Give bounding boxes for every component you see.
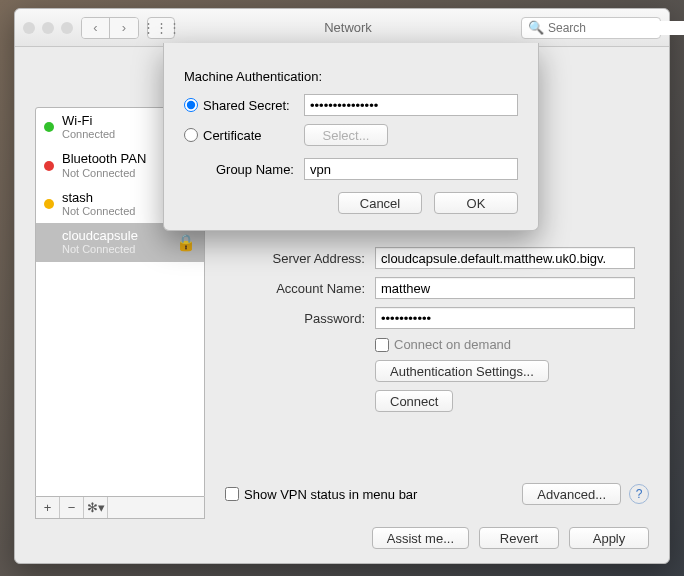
- status-dot-none-icon: [44, 237, 54, 247]
- account-name-field[interactable]: [375, 277, 635, 299]
- status-dot-green-icon: [44, 122, 54, 132]
- search-input[interactable]: [548, 21, 684, 35]
- help-button[interactable]: ?: [629, 484, 649, 504]
- status-dot-yellow-icon: [44, 199, 54, 209]
- shared-secret-radio[interactable]: Shared Secret:: [184, 98, 304, 113]
- service-name: stash: [62, 191, 135, 205]
- connect-on-demand-checkbox[interactable]: Connect on demand: [375, 337, 511, 352]
- server-address-label: Server Address:: [225, 251, 375, 266]
- close-icon[interactable]: [23, 22, 35, 34]
- password-label: Password:: [225, 311, 375, 326]
- zoom-icon[interactable]: [61, 22, 73, 34]
- search-field[interactable]: 🔍: [521, 17, 661, 39]
- minimize-icon[interactable]: [42, 22, 54, 34]
- shared-secret-field[interactable]: [304, 94, 518, 116]
- service-name: Wi-Fi: [62, 114, 115, 128]
- certificate-radio-input[interactable]: [184, 128, 198, 142]
- revert-button[interactable]: Revert: [479, 527, 559, 549]
- shared-secret-label: Shared Secret:: [203, 98, 290, 113]
- group-name-field[interactable]: [304, 158, 518, 180]
- group-name-label: Group Name:: [184, 162, 304, 177]
- advanced-button[interactable]: Advanced...: [522, 483, 621, 505]
- service-status: Not Connected: [62, 243, 138, 255]
- vpn-lock-icon: 🔒: [176, 233, 196, 252]
- assist-me-button[interactable]: Assist me...: [372, 527, 469, 549]
- account-name-label: Account Name:: [225, 281, 375, 296]
- connect-button[interactable]: Connect: [375, 390, 453, 412]
- service-status: Connected: [62, 128, 115, 140]
- forward-button[interactable]: ›: [110, 18, 138, 38]
- apply-button[interactable]: Apply: [569, 527, 649, 549]
- authentication-settings-button[interactable]: Authentication Settings...: [375, 360, 549, 382]
- certificate-label: Certificate: [203, 128, 262, 143]
- network-preferences-window: ‹ › ⋮⋮⋮ Network 🔍 Wi-Fi Connected Bl: [14, 8, 670, 564]
- show-vpn-status-checkbox[interactable]: Show VPN status in menu bar: [225, 487, 417, 502]
- service-name: Bluetooth PAN: [62, 152, 146, 166]
- service-status: Not Connected: [62, 205, 135, 217]
- titlebar: ‹ › ⋮⋮⋮ Network 🔍: [15, 9, 669, 47]
- vpn-settings-form: Server Address: Account Name: Password: …: [225, 247, 649, 420]
- footer-buttons: Assist me... Revert Apply: [372, 527, 649, 549]
- certificate-radio[interactable]: Certificate: [184, 128, 304, 143]
- bottom-row: Show VPN status in menu bar Advanced... …: [225, 483, 649, 505]
- service-name: cloudcapsule: [62, 229, 138, 243]
- cancel-button[interactable]: Cancel: [338, 192, 422, 214]
- back-button[interactable]: ‹: [82, 18, 110, 38]
- show-vpn-status-label: Show VPN status in menu bar: [244, 487, 417, 502]
- ok-button[interactable]: OK: [434, 192, 518, 214]
- window-title: Network: [183, 20, 513, 35]
- status-dot-red-icon: [44, 161, 54, 171]
- remove-service-button[interactable]: −: [60, 497, 84, 518]
- shared-secret-radio-input[interactable]: [184, 98, 198, 112]
- service-status: Not Connected: [62, 167, 146, 179]
- nav-buttons: ‹ ›: [81, 17, 139, 39]
- server-address-field[interactable]: [375, 247, 635, 269]
- password-field[interactable]: [375, 307, 635, 329]
- add-service-button[interactable]: +: [36, 497, 60, 518]
- service-actions-button[interactable]: ✻▾: [84, 497, 108, 518]
- machine-authentication-sheet: Machine Authentication: Shared Secret: C…: [163, 43, 539, 231]
- connect-on-demand-input[interactable]: [375, 338, 389, 352]
- search-icon: 🔍: [528, 20, 544, 35]
- connect-on-demand-label: Connect on demand: [394, 337, 511, 352]
- traffic-lights: [23, 22, 73, 34]
- service-list-footer: + − ✻▾: [35, 497, 205, 519]
- certificate-select-button[interactable]: Select...: [304, 124, 388, 146]
- show-vpn-status-input[interactable]: [225, 487, 239, 501]
- sheet-heading: Machine Authentication:: [184, 69, 518, 84]
- show-all-button[interactable]: ⋮⋮⋮: [147, 17, 175, 39]
- grid-icon: ⋮⋮⋮: [142, 20, 181, 35]
